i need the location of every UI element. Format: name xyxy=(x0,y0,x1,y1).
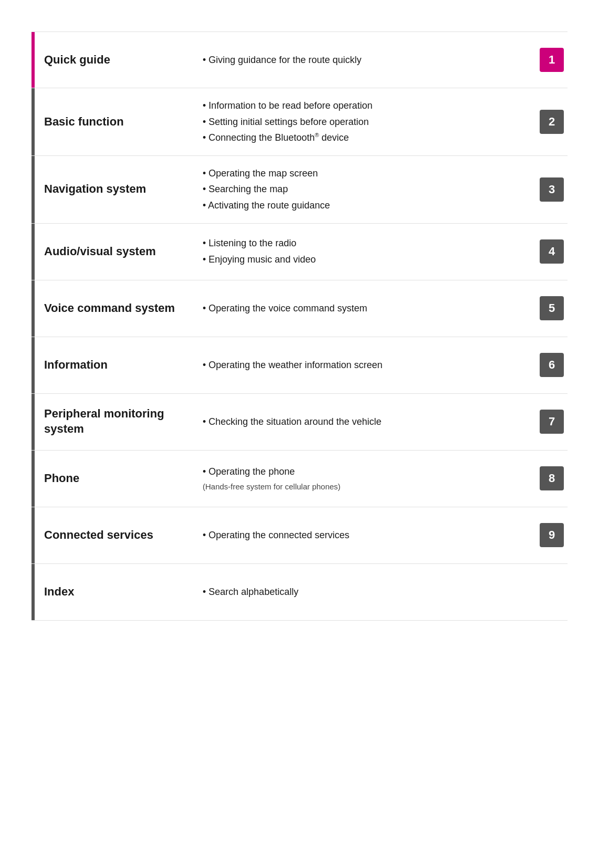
section-desc-cell-peripheral-monitoring-system: • Checking the situation around the vehi… xyxy=(192,394,536,450)
toc-row-information: Information• Operating the weather infor… xyxy=(31,337,568,394)
toc-row-voice-command-system: Voice command system• Operating the voic… xyxy=(31,280,568,337)
section-desc-peripheral-monitoring-system: • Checking the situation around the vehi… xyxy=(203,414,382,430)
toc-row-navigation-system: Navigation system• Operating the map scr… xyxy=(31,156,568,224)
desc-line-phone-1: (Hands-free system for cellular phones) xyxy=(203,480,341,494)
toc-row-connected-services: Connected services• Operating the connec… xyxy=(31,507,568,564)
section-desc-connected-services: • Operating the connected services xyxy=(203,527,349,543)
section-title-cell-quick-guide: Quick guide xyxy=(35,32,192,88)
section-desc-information: • Operating the weather information scre… xyxy=(203,357,382,373)
num-badge-phone: 8 xyxy=(540,466,564,490)
section-desc-cell-connected-services: • Operating the connected services xyxy=(192,507,536,563)
section-desc-phone: • Operating the phone(Hands-free system … xyxy=(203,464,341,493)
toc-row-basic-function: Basic function• Information to be read b… xyxy=(31,88,568,156)
desc-line-phone-0: • Operating the phone xyxy=(203,464,341,480)
num-badge-audio-visual-system: 4 xyxy=(540,239,564,264)
num-badge-connected-services: 9 xyxy=(540,523,564,547)
section-title-cell-audio-visual-system: Audio/visual system xyxy=(35,224,192,280)
section-num-cell-phone: 8 xyxy=(536,451,568,507)
toc-row-audio-visual-system: Audio/visual system• Listening to the ra… xyxy=(31,224,568,280)
desc-line-index-0: • Search alphabetically xyxy=(203,584,298,600)
section-desc-cell-quick-guide: • Giving guidance for the route quickly xyxy=(192,32,536,88)
desc-line-navigation-system-0: • Operating the map screen xyxy=(203,165,330,182)
section-desc-cell-index: • Search alphabetically xyxy=(192,564,536,620)
section-title-cell-information: Information xyxy=(35,337,192,393)
section-title-cell-navigation-system: Navigation system xyxy=(35,156,192,223)
section-num-cell-basic-function: 2 xyxy=(536,88,568,155)
toc-row-phone: Phone• Operating the phone(Hands-free sy… xyxy=(31,451,568,507)
num-badge-basic-function: 2 xyxy=(540,110,564,134)
section-title-basic-function: Basic function xyxy=(44,114,124,130)
section-title-connected-services: Connected services xyxy=(44,528,153,543)
desc-line-navigation-system-2: • Activating the route guidance xyxy=(203,197,330,214)
section-num-cell-quick-guide: 1 xyxy=(536,32,568,88)
section-desc-quick-guide: • Giving guidance for the route quickly xyxy=(203,52,361,68)
desc-line-audio-visual-system-1: • Enjoying music and video xyxy=(203,252,316,268)
section-title-information: Information xyxy=(44,358,108,373)
section-desc-cell-phone: • Operating the phone(Hands-free system … xyxy=(192,451,536,507)
section-num-cell-index xyxy=(536,564,568,620)
section-desc-audio-visual-system: • Listening to the radio• Enjoying music… xyxy=(203,235,316,267)
toc-row-quick-guide: Quick guide• Giving guidance for the rou… xyxy=(31,32,568,88)
desc-line-basic-function-1: • Setting initial settings before operat… xyxy=(203,114,373,130)
section-title-voice-command-system: Voice command system xyxy=(44,301,175,316)
desc-line-information-0: • Operating the weather information scre… xyxy=(203,357,382,373)
toc-row-index: Index• Search alphabetically xyxy=(31,564,568,621)
section-desc-navigation-system: • Operating the map screen• Searching th… xyxy=(203,165,330,214)
desc-line-voice-command-system-0: • Operating the voice command system xyxy=(203,300,367,317)
num-badge-peripheral-monitoring-system: 7 xyxy=(540,410,564,434)
section-title-quick-guide: Quick guide xyxy=(44,53,110,68)
section-num-cell-voice-command-system: 5 xyxy=(536,280,568,337)
section-title-peripheral-monitoring-system: Peripheral monitoring system xyxy=(44,406,182,436)
section-num-cell-connected-services: 9 xyxy=(536,507,568,563)
section-title-index: Index xyxy=(44,584,74,600)
desc-line-basic-function-2: • Connecting the Bluetooth® device xyxy=(203,130,373,146)
section-title-cell-voice-command-system: Voice command system xyxy=(35,280,192,337)
section-title-audio-visual-system: Audio/visual system xyxy=(44,244,156,259)
desc-line-peripheral-monitoring-system-0: • Checking the situation around the vehi… xyxy=(203,414,382,430)
section-desc-cell-voice-command-system: • Operating the voice command system xyxy=(192,280,536,337)
section-desc-cell-navigation-system: • Operating the map screen• Searching th… xyxy=(192,156,536,223)
num-badge-information: 6 xyxy=(540,353,564,377)
section-num-cell-information: 6 xyxy=(536,337,568,393)
desc-line-connected-services-0: • Operating the connected services xyxy=(203,527,349,543)
section-title-navigation-system: Navigation system xyxy=(44,182,146,197)
section-num-cell-audio-visual-system: 4 xyxy=(536,224,568,280)
section-desc-cell-information: • Operating the weather information scre… xyxy=(192,337,536,393)
num-badge-navigation-system: 3 xyxy=(540,177,564,202)
section-desc-voice-command-system: • Operating the voice command system xyxy=(203,300,367,317)
section-title-phone: Phone xyxy=(44,471,79,486)
section-title-cell-phone: Phone xyxy=(35,451,192,507)
desc-line-quick-guide-0: • Giving guidance for the route quickly xyxy=(203,52,361,68)
desc-line-audio-visual-system-0: • Listening to the radio xyxy=(203,235,316,252)
section-title-cell-connected-services: Connected services xyxy=(35,507,192,563)
num-badge-quick-guide: 1 xyxy=(540,48,564,72)
section-title-cell-index: Index xyxy=(35,564,192,620)
toc-table: Quick guide• Giving guidance for the rou… xyxy=(31,32,568,621)
section-title-cell-basic-function: Basic function xyxy=(35,88,192,155)
desc-line-basic-function-0: • Information to be read before operatio… xyxy=(203,98,373,114)
section-num-cell-navigation-system: 3 xyxy=(536,156,568,223)
section-desc-cell-basic-function: • Information to be read before operatio… xyxy=(192,88,536,155)
section-num-cell-peripheral-monitoring-system: 7 xyxy=(536,394,568,450)
toc-row-peripheral-monitoring-system: Peripheral monitoring system• Checking t… xyxy=(31,394,568,451)
section-title-cell-peripheral-monitoring-system: Peripheral monitoring system xyxy=(35,394,192,450)
desc-line-navigation-system-1: • Searching the map xyxy=(203,181,330,197)
section-desc-cell-audio-visual-system: • Listening to the radio• Enjoying music… xyxy=(192,224,536,280)
section-desc-basic-function: • Information to be read before operatio… xyxy=(203,98,373,146)
num-badge-voice-command-system: 5 xyxy=(540,296,564,320)
section-desc-index: • Search alphabetically xyxy=(203,584,298,600)
